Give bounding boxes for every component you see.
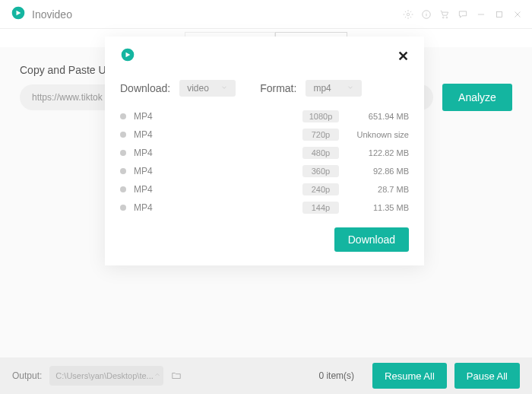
pause-all-button[interactable]: Pause All	[454, 363, 520, 389]
titlebar-left: Inovideo	[11, 5, 72, 23]
format-name: MP4	[134, 111, 153, 122]
output-label: Output:	[12, 370, 42, 381]
resolution-pill: 240p	[302, 183, 339, 195]
footer: Output: C:\Users\yan\Desktop\te... 0 ite…	[0, 357, 532, 394]
cart-icon[interactable]	[439, 9, 450, 20]
minimize-icon[interactable]	[476, 9, 486, 20]
format-name: MP4	[134, 129, 153, 140]
format-select[interactable]: mp4	[306, 80, 362, 97]
format-modal: ✕ Download: video Format: mp4 MP41080p65…	[105, 37, 424, 265]
format-row[interactable]: MP4480p122.82 MB	[120, 144, 409, 162]
download-type-value: video	[187, 83, 209, 94]
close-window-icon[interactable]	[512, 9, 523, 20]
format-row[interactable]: MP4240p28.7 MB	[120, 180, 409, 199]
format-row[interactable]: MP4144p11.35 MB	[120, 199, 409, 217]
format-row[interactable]: MP41080p651.94 MB	[120, 107, 409, 126]
radio-dot-icon	[120, 113, 126, 119]
resolution-pill: 480p	[302, 147, 339, 159]
radio-dot-icon	[120, 168, 126, 174]
open-folder-icon[interactable]	[171, 370, 182, 381]
download-label: Download:	[120, 82, 170, 94]
close-icon[interactable]: ✕	[397, 48, 409, 65]
format-name: MP4	[134, 184, 153, 195]
format-name: MP4	[134, 202, 153, 213]
items-count: 0 item(s)	[318, 370, 354, 381]
format-row[interactable]: MP4360p92.86 MB	[120, 162, 409, 180]
svg-point-6	[446, 17, 448, 18]
app-logo-icon	[11, 5, 26, 23]
format-label: Format:	[260, 82, 296, 94]
format-size: 28.7 MB	[339, 185, 409, 194]
chevron-down-icon	[347, 83, 354, 94]
selector-row: Download: video Format: mp4	[120, 80, 409, 97]
maximize-icon[interactable]	[494, 9, 505, 20]
settings-icon[interactable]	[403, 9, 413, 20]
resolution-pill: 1080p	[302, 110, 339, 122]
chevron-up-icon	[154, 371, 161, 380]
download-row: Download	[120, 227, 409, 252]
output-path-select[interactable]: C:\Users\yan\Desktop\te...	[49, 366, 163, 386]
format-row[interactable]: MP4720pUnknown size	[120, 126, 409, 144]
resolution-pill: 360p	[302, 165, 339, 177]
svg-rect-8	[497, 11, 502, 17]
format-name: MP4	[134, 166, 153, 176]
format-value: mp4	[313, 83, 331, 94]
radio-dot-icon	[120, 132, 126, 138]
titlebar: Inovideo	[0, 0, 532, 29]
svg-point-5	[442, 17, 444, 18]
format-size: 651.94 MB	[339, 112, 409, 121]
format-size: 122.82 MB	[339, 148, 409, 157]
svg-point-1	[407, 13, 410, 16]
titlebar-right	[403, 9, 523, 20]
bubble-icon[interactable]	[458, 9, 468, 20]
format-size: Unknown size	[339, 130, 409, 139]
modal-header: ✕	[120, 47, 409, 65]
download-type-select[interactable]: video	[179, 80, 236, 97]
resolution-pill: 720p	[302, 129, 339, 141]
app-title: Inovideo	[32, 8, 72, 21]
format-name: MP4	[134, 148, 153, 158]
download-button[interactable]: Download	[334, 227, 409, 252]
resolution-pill: 144p	[302, 202, 339, 214]
resume-all-button[interactable]: Resume All	[372, 363, 447, 389]
format-list: MP41080p651.94 MB MP4720pUnknown size MP…	[120, 107, 409, 217]
radio-dot-icon	[120, 186, 126, 192]
format-size: 92.86 MB	[339, 167, 409, 176]
format-size: 11.35 MB	[339, 203, 409, 212]
radio-dot-icon	[120, 150, 126, 156]
radio-dot-icon	[120, 205, 126, 211]
chevron-down-icon	[220, 83, 228, 94]
analyze-button[interactable]: Analyze	[442, 84, 512, 111]
app-logo-icon	[120, 47, 135, 65]
output-path-text: C:\Users\yan\Desktop\te...	[55, 371, 153, 380]
info-icon[interactable]	[421, 9, 432, 20]
svg-point-4	[426, 11, 427, 12]
